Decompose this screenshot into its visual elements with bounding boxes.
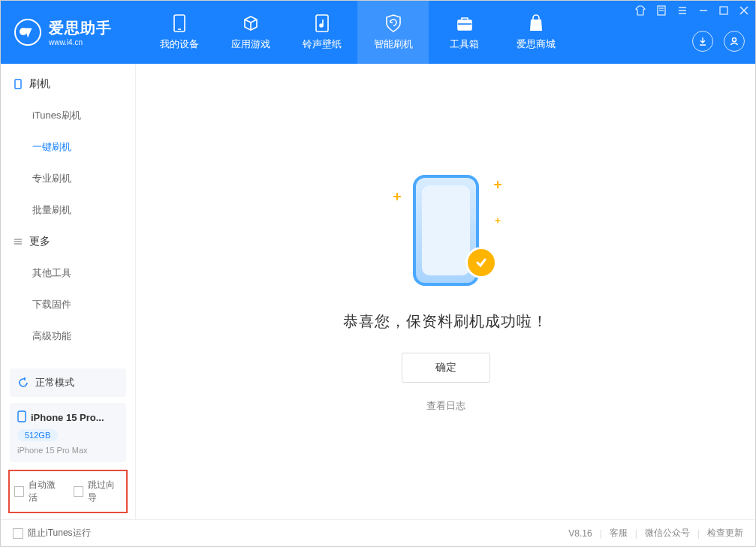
toolbox-icon [455, 14, 474, 33]
footer-link-update[interactable]: 检查更新 [707, 527, 743, 539]
device-card[interactable]: iPhone 15 Pro... 512GB iPhone 15 Pro Max [10, 403, 126, 462]
app-subtitle: www.i4.cn [49, 38, 112, 47]
sidebar-item-advanced[interactable]: 高级功能 [1, 320, 135, 352]
feedback-icon[interactable] [656, 5, 667, 16]
auto-activate-checkbox[interactable]: 自动激活 [14, 479, 63, 504]
sidebar-item-oneclick[interactable]: 一键刷机 [1, 131, 135, 163]
success-message: 恭喜您，保资料刷机成功啦！ [343, 311, 548, 332]
svg-point-16 [733, 38, 736, 42]
success-illustration [386, 170, 506, 290]
nav-apps[interactable]: 应用游戏 [215, 1, 286, 64]
svg-point-3 [320, 24, 323, 27]
svg-rect-21 [18, 411, 26, 422]
nav-my-device[interactable]: 我的设备 [143, 1, 215, 64]
sidebar-item-batch[interactable]: 批量刷机 [1, 194, 135, 226]
view-log-link[interactable]: 查看日志 [426, 399, 465, 413]
footer: 阻止iTunes运行 V8.16 | 客服 | 微信公众号 | 检查更新 [1, 519, 755, 546]
sidebar-item-pro[interactable]: 专业刷机 [1, 163, 135, 194]
storage-badge: 512GB [17, 429, 58, 441]
device-model: iPhone 15 Pro Max [17, 446, 119, 455]
nav-flash[interactable]: 智能刷机 [357, 1, 429, 64]
refresh-icon [17, 377, 29, 389]
main-content: 恭喜您，保资料刷机成功啦！ 确定 查看日志 [136, 64, 755, 519]
nav-store[interactable]: 爱思商城 [500, 1, 571, 64]
app-header: 爱思助手 www.i4.cn 我的设备 应用游戏 铃声壁纸 智能刷机 [1, 1, 755, 64]
device-name: iPhone 15 Pro... [31, 412, 104, 423]
device-icon [13, 79, 23, 89]
sidebar-item-othertools[interactable]: 其他工具 [1, 257, 135, 289]
svg-rect-13 [720, 7, 727, 14]
main-nav: 我的设备 应用游戏 铃声壁纸 智能刷机 工具箱 爱思商城 [143, 1, 571, 64]
menu-icon[interactable] [677, 5, 688, 16]
sidebar-item-itunes[interactable]: iTunes刷机 [1, 100, 135, 131]
options-highlight-box: 自动激活 跳过向导 [8, 470, 128, 513]
minimize-icon[interactable] [698, 5, 709, 16]
download-button[interactable] [692, 31, 713, 52]
check-badge-icon [465, 247, 497, 278]
ok-button[interactable]: 确定 [402, 353, 490, 383]
bag-icon [526, 14, 546, 33]
block-itunes-checkbox[interactable]: 阻止iTunes运行 [13, 527, 91, 539]
phone-icon [170, 14, 189, 33]
music-icon [312, 14, 332, 33]
app-title: 爱思助手 [49, 18, 112, 38]
shield-refresh-icon [384, 14, 403, 33]
sidebar-group-flash[interactable]: 刷机 [1, 68, 135, 100]
svg-rect-4 [458, 20, 471, 30]
logo-area: 爱思助手 www.i4.cn [1, 1, 143, 64]
footer-link-wechat[interactable]: 微信公众号 [645, 527, 690, 539]
sidebar-item-download-fw[interactable]: 下载固件 [1, 289, 135, 320]
mode-row[interactable]: 正常模式 [10, 368, 126, 397]
svg-rect-2 [316, 15, 328, 32]
sidebar-group-more[interactable]: 更多 [1, 226, 135, 257]
sidebar: 刷机 iTunes刷机 一键刷机 专业刷机 批量刷机 更多 其他工具 下载固件 … [1, 64, 136, 519]
nav-toolbox[interactable]: 工具箱 [429, 1, 500, 64]
more-icon [13, 236, 23, 247]
footer-link-support[interactable]: 客服 [610, 527, 628, 539]
phone-small-icon [17, 410, 26, 425]
version-label: V8.16 [568, 528, 592, 539]
skip-guide-checkbox[interactable]: 跳过向导 [74, 479, 122, 504]
svg-rect-17 [15, 80, 21, 89]
skin-icon[interactable] [635, 5, 646, 16]
nav-ringtone[interactable]: 铃声壁纸 [286, 1, 357, 64]
app-logo-icon [14, 19, 41, 46]
window-controls [635, 5, 749, 16]
cube-icon [241, 14, 261, 33]
maximize-icon[interactable] [719, 6, 728, 15]
user-button[interactable] [724, 31, 745, 52]
close-icon[interactable] [739, 5, 749, 16]
